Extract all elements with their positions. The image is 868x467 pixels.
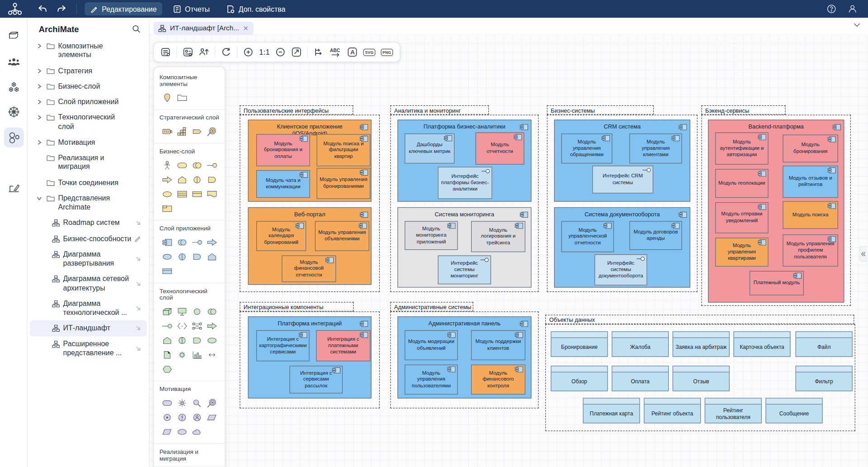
module[interactable]: Модуль модерации объявлений: [405, 330, 458, 360]
data-object[interactable]: Карточка объекта: [733, 331, 790, 357]
palette-element-target-icon[interactable]: [204, 396, 219, 410]
spellcheck-button[interactable]: ABC: [330, 47, 342, 57]
palette-element-bang-icon[interactable]: [175, 410, 189, 424]
app-logo-icon[interactable]: [8, 2, 22, 15]
zoom-ratio[interactable]: 1:1: [259, 48, 270, 57]
container[interactable]: Система мониторингаМодуль мониторинга пр…: [397, 207, 531, 288]
module[interactable]: Модуль отчетности: [476, 133, 524, 165]
palette-element-roundrect-icon[interactable]: [175, 158, 189, 172]
chevron-right-icon[interactable]: [37, 68, 43, 73]
chevron-right-icon[interactable]: [37, 43, 43, 49]
palette-element-monitor-icon[interactable]: [175, 304, 189, 319]
tree-item-0[interactable]: Композитные элементы: [30, 38, 146, 62]
palette-element-layers-icon[interactable]: [189, 187, 204, 201]
palette-element-blocks-icon[interactable]: [175, 124, 189, 138]
module[interactable]: Модуль календаря бронирований: [256, 221, 306, 251]
open-diagram-icon[interactable]: [135, 220, 141, 226]
palette-element-actor-icon[interactable]: [160, 158, 175, 172]
chevron-right-icon[interactable]: [37, 84, 43, 89]
data-object[interactable]: Обзор: [551, 366, 608, 391]
undo-button[interactable]: [35, 2, 49, 15]
container[interactable]: Платформа бизнес-аналитикиДашборды ключе…: [397, 119, 531, 201]
diagram-info-button[interactable]: [160, 47, 171, 57]
palette-element-lollipop-icon[interactable]: [189, 235, 204, 249]
search-icon[interactable]: [132, 24, 141, 34]
palette-element-dblarrow-icon[interactable]: [204, 348, 219, 362]
palette-element-oval-icon[interactable]: [160, 187, 175, 201]
tree-item-2[interactable]: Бизнес-слой: [30, 79, 146, 95]
collapse-panel-handle[interactable]: [859, 246, 867, 262]
module[interactable]: Интерфейс системы документооборота: [594, 254, 647, 286]
palette-element-doc-icon[interactable]: [160, 348, 175, 362]
data-object[interactable]: Заявка на арбитраж: [673, 331, 730, 357]
palette-element-circles-icon[interactable]: [189, 158, 204, 172]
module[interactable]: Модуль бронирования: [783, 135, 838, 162]
palette-element-eye-icon[interactable]: [160, 410, 175, 424]
module[interactable]: Модуль финансовой отчетности: [282, 255, 336, 282]
palette-element-target-icon[interactable]: [204, 124, 219, 138]
palette-element-slope-icon[interactable]: [189, 124, 204, 138]
tree-item-15[interactable]: Расширенное представление ...: [30, 336, 146, 361]
data-object[interactable]: Фильтр: [796, 366, 853, 391]
palette-element-dshape-icon[interactable]: [189, 333, 204, 348]
palette-element-oval-icon[interactable]: [160, 249, 175, 264]
palette-element-chart-icon[interactable]: [189, 348, 204, 362]
tree-item-4[interactable]: Технологический слой: [30, 110, 146, 134]
palette-element-pin-icon[interactable]: [160, 91, 175, 105]
palette-element-lines-icon[interactable]: [204, 465, 219, 467]
palette-element-lollipop-icon[interactable]: [204, 158, 219, 172]
module[interactable]: Модуль отзывов и рейтингов: [783, 166, 838, 198]
redo-button[interactable]: [55, 2, 69, 15]
palette-element-split-icon[interactable]: [175, 249, 189, 264]
palette-element-network-icon[interactable]: [189, 319, 204, 333]
palette-element-arrow-icon[interactable]: [204, 235, 219, 249]
palette-element-roundrect-icon[interactable]: [160, 465, 175, 467]
export-svg-button[interactable]: SVG: [363, 48, 375, 56]
module[interactable]: Модуль управления клиентами: [629, 133, 682, 163]
data-object[interactable]: Сообщение: [765, 398, 822, 423]
module[interactable]: Модуль поиска: [783, 201, 838, 229]
data-object[interactable]: Рейтинг объекта: [644, 398, 701, 423]
diagram-group-0[interactable]: Пользовательские интерфейсыКлиентское пр…: [240, 105, 380, 292]
module[interactable]: Интерфейс платформы бизнес-аналитики: [438, 167, 492, 199]
reports-button[interactable]: Отчеты: [168, 2, 215, 15]
tree-item-6[interactable]: Реализация и миграция: [30, 150, 146, 175]
module[interactable]: Модуль управления объявлениями: [315, 221, 369, 251]
chevron-down-icon[interactable]: [37, 195, 43, 201]
module[interactable]: Модуль договоров аренды: [629, 221, 682, 250]
module[interactable]: Модуль бронирования и оплаты: [256, 134, 310, 166]
palette-element-gear-icon[interactable]: [175, 348, 189, 362]
palette-element-angle-icon[interactable]: [175, 319, 189, 333]
palette-element-folder-icon[interactable]: [175, 91, 189, 105]
palette-element-home-icon[interactable]: [175, 172, 189, 187]
palette-element-dshape-icon[interactable]: [189, 249, 204, 264]
palette-element-split-icon[interactable]: [189, 172, 204, 187]
tree-item-11[interactable]: Диаграмма развертывания: [30, 247, 146, 271]
help-icon[interactable]: [824, 4, 839, 14]
tabs-chevron-down-icon[interactable]: [854, 23, 860, 27]
module[interactable]: Интеграция с платежными системами: [316, 330, 370, 362]
module[interactable]: Интеграция с картографическими сервисами: [256, 330, 310, 362]
zoom-in-button[interactable]: [243, 47, 254, 57]
module[interactable]: Модуль управления квартирами: [715, 238, 769, 267]
palette-element-arrow-icon[interactable]: [204, 319, 219, 333]
module[interactable]: Модуль управления профилем пользователя: [783, 234, 838, 267]
auto-layout-button[interactable]: [314, 47, 324, 57]
tree-item-13[interactable]: Диаграмма технологической ...: [30, 296, 146, 320]
palette-element-cloud-icon[interactable]: [189, 424, 204, 439]
tree-item-10[interactable]: Бизнес-способности: [30, 231, 146, 247]
export-png-button[interactable]: PNG: [381, 48, 393, 56]
diagram-group-5[interactable]: Административные системыАдминистративная…: [390, 302, 538, 408]
module[interactable]: Модуль геолокации: [715, 169, 769, 198]
data-object[interactable]: Платежная карта: [583, 398, 640, 423]
rail-pages-icon[interactable]: [4, 25, 24, 45]
palette-element-magnify-icon[interactable]: [189, 396, 204, 410]
font-button[interactable]: A: [347, 47, 358, 57]
data-object[interactable]: Оплата: [612, 366, 669, 391]
module[interactable]: Модуль логирования и трейсинга: [471, 221, 525, 253]
user-icon[interactable]: [845, 4, 860, 14]
palette-element-oval-icon[interactable]: [175, 424, 189, 439]
tree-item-12[interactable]: Диаграмма сетевой архитектуры: [30, 271, 146, 295]
palette-element-layers-icon[interactable]: [160, 264, 175, 278]
module[interactable]: Интерфейс системы мониторинг: [438, 255, 491, 284]
